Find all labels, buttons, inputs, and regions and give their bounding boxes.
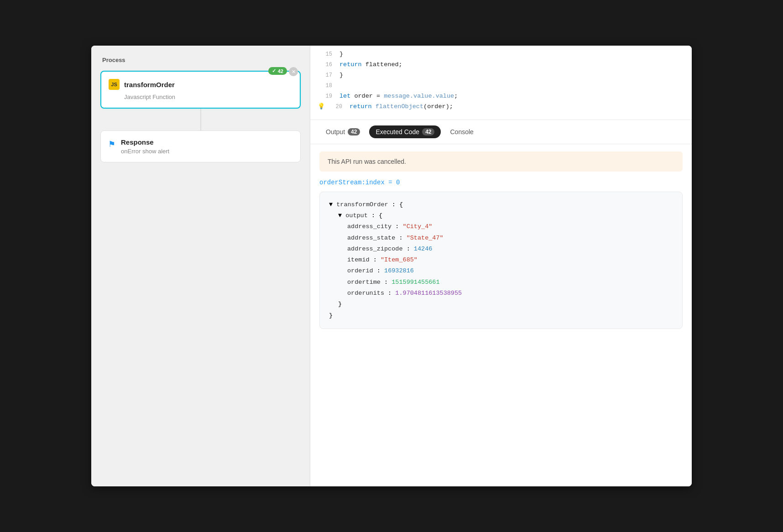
line-num-15: 15 (318, 50, 332, 59)
cancelled-banner: This API run was cancelled. (319, 151, 683, 172)
output-area: This API run was cancelled. orderStream:… (310, 144, 692, 486)
response-content: Response onError show alert (121, 138, 169, 155)
line-num-16: 16 (318, 60, 332, 69)
json-output-open: ▼ output : { (329, 210, 673, 221)
tab-output-label: Output (326, 128, 345, 136)
cancelled-message: This API run was cancelled. (328, 158, 406, 165)
connector-line (200, 109, 201, 130)
check-icon: ✓ (272, 68, 276, 74)
node-name: transformOrder (124, 81, 175, 89)
stream-value: 0 (396, 179, 400, 186)
json-field-address-city: address_city : "City_4" (329, 221, 673, 232)
transform-order-node[interactable]: ✓ 42 ✕ JS transformOrder Javascript Func… (100, 71, 301, 109)
code-line-18: 18 (310, 81, 692, 91)
json-field-orderunits: orderunits : 1.9704811613538955 (329, 288, 673, 299)
js-icon: JS (109, 79, 120, 90)
stream-label: orderStream:index = 0 (319, 179, 683, 186)
tab-output-badge: 42 (348, 128, 360, 136)
settings-icon[interactable]: ✕ (289, 67, 298, 76)
section-label: Process (100, 57, 301, 63)
code-view: 15 } 16 return flattened; 17 } 18 19 (310, 46, 692, 116)
json-field-address-zipcode: address_zipcode : 14246 (329, 244, 673, 255)
lightbulb-icon: 💡 (318, 102, 325, 112)
node-type: Javascript Function (109, 94, 292, 100)
code-section: 15 } 16 return flattened; 17 } 18 19 (310, 46, 692, 120)
code-line-20: 💡 20 return flattenObject(order); (310, 102, 692, 112)
left-panel: Process ✓ 42 ✕ JS transformOrder Javascr… (91, 46, 310, 486)
json-field-ordertime: ordertime : 1515991455661 (329, 277, 673, 288)
tab-executed-code[interactable]: Executed Code 42 (369, 125, 441, 138)
json-root-open: ▼ transformOrder : { (329, 199, 673, 210)
response-node[interactable]: ⚑ Response onError show alert (100, 130, 301, 162)
line-num-19: 19 (318, 92, 332, 101)
stream-label-text: orderStream:index = (319, 179, 396, 186)
tab-console[interactable]: Console (444, 125, 480, 138)
tab-executed-label: Executed Code (376, 128, 419, 136)
json-output-close: } (329, 299, 673, 310)
json-field-itemid: itemid : "Item_685" (329, 255, 673, 266)
tabs-row: Output 42 Executed Code 42 Console (310, 120, 692, 144)
response-name: Response (121, 138, 169, 146)
json-tree: ▼ transformOrder : { ▼ output : { addres… (319, 192, 683, 329)
tab-output[interactable]: Output 42 (319, 125, 366, 138)
line-num-17: 17 (318, 71, 332, 80)
right-panel: 15 } 16 return flattened; 17 } 18 19 (310, 46, 692, 486)
badge-count: 42 (278, 68, 283, 74)
code-line-19: 19 let order = message.value.value; (310, 91, 692, 102)
success-badge: ✓ 42 (268, 67, 287, 75)
code-line-15: 15 } (310, 49, 692, 60)
json-field-orderid: orderid : 16932816 (329, 266, 673, 276)
code-line-16: 16 return flattened; (310, 60, 692, 70)
tab-console-label: Console (450, 128, 473, 136)
tab-executed-badge: 42 (422, 128, 434, 136)
json-field-address-state: address_state : "State_47" (329, 233, 673, 244)
node-header: JS transformOrder (109, 79, 292, 90)
flag-icon: ⚑ (108, 139, 115, 149)
code-line-17: 17 } (310, 70, 692, 81)
line-num-18: 18 (318, 81, 332, 90)
response-description: onError show alert (121, 148, 169, 155)
json-root-close: } (329, 310, 673, 321)
line-num-20: 20 (328, 102, 342, 111)
